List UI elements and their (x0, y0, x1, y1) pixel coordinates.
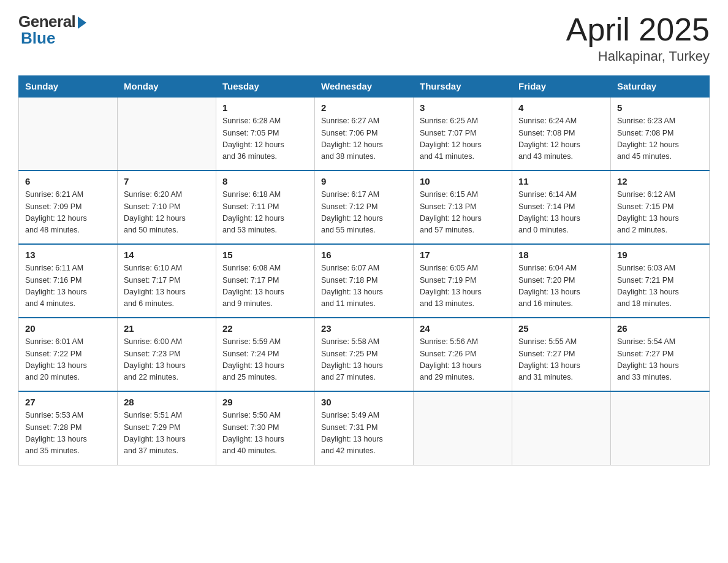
day-number: 24 (420, 323, 506, 334)
day-number: 3 (420, 102, 506, 113)
calendar-cell: 3Sunrise: 6:25 AM Sunset: 7:07 PM Daylig… (414, 97, 512, 170)
calendar-cell: 16Sunrise: 6:07 AM Sunset: 7:18 PM Dayli… (315, 244, 414, 318)
day-info: Sunrise: 5:55 AM Sunset: 7:27 PM Dayligh… (518, 336, 604, 384)
week-row-3: 13Sunrise: 6:11 AM Sunset: 7:16 PM Dayli… (19, 244, 710, 318)
weekday-header-wednesday: Wednesday (315, 76, 414, 98)
calendar-cell: 7Sunrise: 6:20 AM Sunset: 7:10 PM Daylig… (118, 170, 216, 244)
calendar-cell: 4Sunrise: 6:24 AM Sunset: 7:08 PM Daylig… (512, 97, 611, 170)
day-info: Sunrise: 6:04 AM Sunset: 7:20 PM Dayligh… (518, 262, 604, 310)
weekday-header-row: SundayMondayTuesdayWednesdayThursdayFrid… (19, 76, 710, 98)
day-number: 1 (222, 102, 308, 113)
calendar-cell (611, 391, 710, 465)
week-row-4: 20Sunrise: 6:01 AM Sunset: 7:22 PM Dayli… (19, 318, 710, 391)
day-number: 18 (518, 250, 604, 260)
day-info: Sunrise: 6:00 AM Sunset: 7:23 PM Dayligh… (124, 336, 210, 384)
calendar-location: Halkapinar, Turkey (566, 48, 710, 64)
day-info: Sunrise: 5:53 AM Sunset: 7:28 PM Dayligh… (25, 410, 111, 458)
weekday-header-friday: Friday (512, 76, 611, 98)
calendar-cell: 18Sunrise: 6:04 AM Sunset: 7:20 PM Dayli… (512, 244, 611, 318)
day-info: Sunrise: 5:49 AM Sunset: 7:31 PM Dayligh… (321, 410, 407, 458)
calendar-cell (19, 97, 118, 170)
day-number: 10 (420, 176, 506, 186)
logo-arrow-icon (78, 17, 86, 29)
weekday-header-tuesday: Tuesday (216, 76, 315, 98)
day-info: Sunrise: 6:27 AM Sunset: 7:06 PM Dayligh… (321, 115, 407, 163)
day-info: Sunrise: 5:56 AM Sunset: 7:26 PM Dayligh… (420, 336, 506, 384)
day-info: Sunrise: 6:07 AM Sunset: 7:18 PM Dayligh… (321, 262, 407, 310)
weekday-header-thursday: Thursday (414, 76, 512, 98)
day-info: Sunrise: 6:12 AM Sunset: 7:15 PM Dayligh… (617, 189, 703, 237)
calendar-cell: 28Sunrise: 5:51 AM Sunset: 7:29 PM Dayli… (118, 391, 216, 465)
day-number: 16 (321, 250, 407, 260)
day-number: 14 (124, 250, 210, 260)
calendar-cell (414, 391, 512, 465)
calendar-cell: 27Sunrise: 5:53 AM Sunset: 7:28 PM Dayli… (19, 391, 118, 465)
day-number: 13 (25, 250, 111, 260)
calendar-cell: 5Sunrise: 6:23 AM Sunset: 7:08 PM Daylig… (611, 97, 710, 170)
week-row-5: 27Sunrise: 5:53 AM Sunset: 7:28 PM Dayli… (19, 391, 710, 465)
day-info: Sunrise: 6:11 AM Sunset: 7:16 PM Dayligh… (25, 262, 111, 310)
calendar-title: April 2025 (566, 12, 710, 47)
day-info: Sunrise: 6:28 AM Sunset: 7:05 PM Dayligh… (222, 115, 308, 163)
week-row-1: 1Sunrise: 6:28 AM Sunset: 7:05 PM Daylig… (19, 97, 710, 170)
calendar-cell (118, 97, 216, 170)
day-info: Sunrise: 6:15 AM Sunset: 7:13 PM Dayligh… (420, 189, 506, 237)
calendar-cell: 22Sunrise: 5:59 AM Sunset: 7:24 PM Dayli… (216, 318, 315, 391)
calendar-cell: 29Sunrise: 5:50 AM Sunset: 7:30 PM Dayli… (216, 391, 315, 465)
day-number: 6 (25, 176, 111, 186)
calendar-cell: 6Sunrise: 6:21 AM Sunset: 7:09 PM Daylig… (19, 170, 118, 244)
day-number: 5 (617, 102, 703, 113)
logo-blue-text: Blue (18, 29, 55, 48)
day-info: Sunrise: 6:01 AM Sunset: 7:22 PM Dayligh… (25, 336, 111, 384)
day-number: 12 (617, 176, 703, 186)
day-info: Sunrise: 6:05 AM Sunset: 7:19 PM Dayligh… (420, 262, 506, 310)
day-number: 21 (124, 323, 210, 334)
day-number: 20 (25, 323, 111, 334)
calendar-cell: 26Sunrise: 5:54 AM Sunset: 7:27 PM Dayli… (611, 318, 710, 391)
day-info: Sunrise: 6:18 AM Sunset: 7:11 PM Dayligh… (222, 189, 308, 237)
day-number: 22 (222, 323, 308, 334)
calendar-cell: 15Sunrise: 6:08 AM Sunset: 7:17 PM Dayli… (216, 244, 315, 318)
day-number: 7 (124, 176, 210, 186)
calendar-cell: 11Sunrise: 6:14 AM Sunset: 7:14 PM Dayli… (512, 170, 611, 244)
day-info: Sunrise: 6:14 AM Sunset: 7:14 PM Dayligh… (518, 189, 604, 237)
day-info: Sunrise: 6:03 AM Sunset: 7:21 PM Dayligh… (617, 262, 703, 310)
day-number: 25 (518, 323, 604, 334)
calendar-cell: 17Sunrise: 6:05 AM Sunset: 7:19 PM Dayli… (414, 244, 512, 318)
week-row-2: 6Sunrise: 6:21 AM Sunset: 7:09 PM Daylig… (19, 170, 710, 244)
calendar-cell: 23Sunrise: 5:58 AM Sunset: 7:25 PM Dayli… (315, 318, 414, 391)
day-info: Sunrise: 6:08 AM Sunset: 7:17 PM Dayligh… (222, 262, 308, 310)
logo: General Blue (18, 12, 86, 48)
calendar-cell: 13Sunrise: 6:11 AM Sunset: 7:16 PM Dayli… (19, 244, 118, 318)
calendar-table: SundayMondayTuesdayWednesdayThursdayFrid… (18, 75, 710, 465)
day-info: Sunrise: 6:21 AM Sunset: 7:09 PM Dayligh… (25, 189, 111, 237)
calendar-cell: 2Sunrise: 6:27 AM Sunset: 7:06 PM Daylig… (315, 97, 414, 170)
day-info: Sunrise: 6:25 AM Sunset: 7:07 PM Dayligh… (420, 115, 506, 163)
calendar-cell: 12Sunrise: 6:12 AM Sunset: 7:15 PM Dayli… (611, 170, 710, 244)
title-block: April 2025 Halkapinar, Turkey (566, 12, 710, 64)
day-number: 9 (321, 176, 407, 186)
day-number: 11 (518, 176, 604, 186)
weekday-header-monday: Monday (118, 76, 216, 98)
calendar-cell: 1Sunrise: 6:28 AM Sunset: 7:05 PM Daylig… (216, 97, 315, 170)
day-info: Sunrise: 5:59 AM Sunset: 7:24 PM Dayligh… (222, 336, 308, 384)
day-info: Sunrise: 6:17 AM Sunset: 7:12 PM Dayligh… (321, 189, 407, 237)
calendar-cell: 8Sunrise: 6:18 AM Sunset: 7:11 PM Daylig… (216, 170, 315, 244)
calendar-cell: 9Sunrise: 6:17 AM Sunset: 7:12 PM Daylig… (315, 170, 414, 244)
day-info: Sunrise: 6:20 AM Sunset: 7:10 PM Dayligh… (124, 189, 210, 237)
calendar-cell: 25Sunrise: 5:55 AM Sunset: 7:27 PM Dayli… (512, 318, 611, 391)
day-number: 2 (321, 102, 407, 113)
day-info: Sunrise: 6:23 AM Sunset: 7:08 PM Dayligh… (617, 115, 703, 163)
day-number: 8 (222, 176, 308, 186)
day-number: 23 (321, 323, 407, 334)
day-number: 27 (25, 397, 111, 407)
day-number: 26 (617, 323, 703, 334)
day-info: Sunrise: 5:51 AM Sunset: 7:29 PM Dayligh… (124, 410, 210, 458)
day-info: Sunrise: 5:58 AM Sunset: 7:25 PM Dayligh… (321, 336, 407, 384)
calendar-cell: 24Sunrise: 5:56 AM Sunset: 7:26 PM Dayli… (414, 318, 512, 391)
day-number: 29 (222, 397, 308, 407)
calendar-cell: 20Sunrise: 6:01 AM Sunset: 7:22 PM Dayli… (19, 318, 118, 391)
page-header: General Blue April 2025 Halkapinar, Turk… (18, 12, 710, 64)
calendar-cell (512, 391, 611, 465)
day-info: Sunrise: 5:50 AM Sunset: 7:30 PM Dayligh… (222, 410, 308, 458)
